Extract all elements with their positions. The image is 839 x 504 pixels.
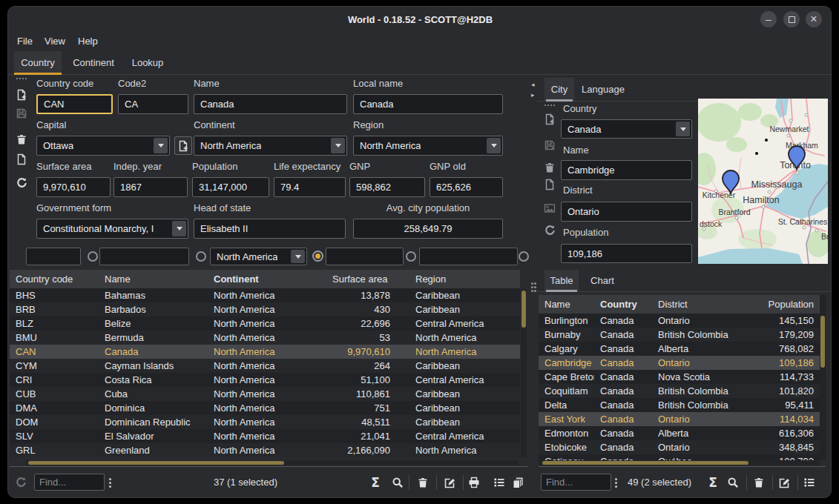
- tab-language[interactable]: Language: [579, 78, 627, 101]
- chevron-down-icon[interactable]: [291, 250, 305, 263]
- delete-record-button[interactable]: [543, 161, 556, 174]
- country-table-hscrollbar[interactable]: [26, 460, 519, 465]
- splitter-collapse-right-button[interactable]: ▸: [531, 91, 535, 99]
- delete-record-button[interactable]: [15, 133, 28, 146]
- chevron-down-icon[interactable]: [154, 138, 168, 153]
- list-view-button[interactable]: [493, 476, 506, 489]
- city-table-hscrollbar[interactable]: [539, 460, 820, 465]
- table-row[interactable]: EdmontonCanadaAlberta616,306: [539, 426, 820, 440]
- government-form-dropdown[interactable]: Constitutional Monarchy, I: [36, 219, 188, 239]
- table-row[interactable]: BurnabyCanadaBritish Colombia179,209: [539, 328, 820, 342]
- local-name-input[interactable]: [353, 94, 503, 114]
- table-row[interactable]: DOMDominican RepublicNorth America48,511…: [10, 415, 520, 429]
- save-button[interactable]: [543, 139, 556, 152]
- capital-dropdown[interactable]: Ottawa: [36, 136, 170, 156]
- sum-button[interactable]: Σ: [369, 476, 382, 489]
- refresh-button[interactable]: [15, 176, 28, 190]
- table-row[interactable]: CoquitlamCanadaBritish Colombia101,820: [539, 384, 820, 398]
- city-population-input[interactable]: [561, 244, 692, 263]
- maximize-button[interactable]: [783, 11, 800, 27]
- column-header-country[interactable]: Country: [594, 299, 652, 310]
- table-row[interactable]: BRBBarbadosNorth America430Caribbean: [10, 302, 520, 316]
- life-expectancy-input[interactable]: [274, 177, 346, 197]
- continent-dropdown[interactable]: North America: [194, 136, 347, 156]
- table-row[interactable]: BLZBelizeNorth America22,696Central Amer…: [10, 316, 520, 331]
- column-header-district[interactable]: District: [652, 299, 753, 310]
- chevron-down-icon[interactable]: [487, 138, 501, 153]
- column-header-name[interactable]: Name: [99, 273, 208, 285]
- filter-toggle-region[interactable]: [519, 251, 529, 262]
- copy-pages-button[interactable]: [511, 476, 524, 489]
- table-row[interactable]: CambridgeCanadaOntario109,186: [539, 356, 820, 370]
- chevron-down-icon[interactable]: [331, 138, 345, 153]
- region-dropdown[interactable]: North America: [353, 136, 503, 156]
- table-row[interactable]: CANCanadaNorth America9,970,610North Ame…: [10, 345, 520, 359]
- gnp-input[interactable]: [349, 177, 425, 197]
- city-name-input[interactable]: [561, 160, 692, 180]
- tab-continent[interactable]: Continent: [69, 51, 118, 74]
- table-row[interactable]: DMADominicaNorth America751Caribbean: [10, 401, 520, 415]
- city-country-dropdown[interactable]: Canada: [561, 119, 692, 139]
- filter-region-input[interactable]: [419, 248, 518, 265]
- toolbar-drag-handle[interactable]: [544, 105, 546, 106]
- city-district-input[interactable]: [561, 202, 692, 222]
- tab-country[interactable]: Country: [14, 51, 62, 74]
- splitter-drag-handle[interactable]: [531, 282, 533, 285]
- edit-button[interactable]: [443, 476, 456, 489]
- titlebar[interactable]: World - 0.18.52 - SCOTT@H2DB: [8, 7, 832, 32]
- table-row[interactable]: SLVEl SalvadorNorth America21,041Central…: [10, 429, 520, 443]
- table-row[interactable]: GatineauCanadaQuébec100,702: [539, 454, 820, 460]
- table-row[interactable]: BMUBermudaNorth America53North America: [10, 331, 520, 345]
- column-header-region[interactable]: Region: [409, 273, 520, 285]
- print-button[interactable]: [467, 476, 481, 489]
- table-row[interactable]: GRLGreenlandNorth America2,166,090North …: [10, 443, 520, 457]
- new-record-button[interactable]: [15, 88, 28, 102]
- tab-chart[interactable]: Chart: [586, 270, 619, 291]
- scrollbar-thumb[interactable]: [542, 461, 748, 465]
- delete-rows-button[interactable]: [416, 476, 430, 489]
- column-header-surface-area[interactable]: Surface area: [326, 273, 409, 285]
- tab-lookup[interactable]: Lookup: [125, 51, 170, 74]
- search-button[interactable]: [726, 476, 740, 489]
- filter-country-code-input[interactable]: [26, 248, 81, 265]
- column-header-population[interactable]: Population: [753, 299, 820, 310]
- table-row[interactable]: CYMCayman IslandsNorth America264Caribbe…: [10, 359, 520, 373]
- table-row[interactable]: East YorkCanadaOntario114,034: [539, 412, 820, 426]
- tab-city[interactable]: City: [544, 78, 574, 101]
- city-table-vscrollbar[interactable]: [820, 295, 826, 460]
- copy-record-button[interactable]: [543, 178, 556, 191]
- minimize-button[interactable]: –: [760, 11, 777, 27]
- table-row[interactable]: CRICosta RicaNorth America51,100Central …: [10, 373, 520, 387]
- gnp-old-input[interactable]: [430, 177, 503, 197]
- find-options-menu[interactable]: [109, 478, 111, 480]
- scrollbar-thumb[interactable]: [522, 291, 526, 328]
- menu-view[interactable]: View: [42, 32, 68, 51]
- head-of-state-input[interactable]: [194, 219, 346, 239]
- find-options-menu[interactable]: [615, 478, 617, 480]
- list-view-button[interactable]: [803, 476, 816, 489]
- scrollbar-thumb[interactable]: [28, 461, 284, 465]
- filter-surface-area-input[interactable]: [326, 248, 404, 265]
- name-input[interactable]: [194, 94, 347, 114]
- toolbar-drag-handle[interactable]: [16, 78, 18, 79]
- find-input[interactable]: [34, 474, 105, 491]
- filter-name-input[interactable]: [99, 248, 189, 265]
- copy-record-button[interactable]: [15, 153, 28, 166]
- menu-file[interactable]: File: [14, 32, 36, 51]
- column-header-continent[interactable]: Continent: [208, 273, 326, 285]
- population-input[interactable]: [192, 177, 269, 197]
- filter-toggle-country-code[interactable]: [88, 251, 98, 262]
- chevron-down-icon[interactable]: [676, 122, 690, 136]
- surface-area-input[interactable]: [36, 177, 111, 197]
- sum-button[interactable]: Σ: [706, 476, 720, 489]
- table-row[interactable]: BurlingtonCanadaOntario145,150: [539, 314, 820, 328]
- table-row[interactable]: CalgaryCanadaAlberta768,082: [539, 342, 820, 356]
- table-row[interactable]: Cape BretonCanadaNova Scotia114,733: [539, 370, 820, 384]
- filter-toggle-name[interactable]: [196, 251, 206, 262]
- close-button[interactable]: ×: [806, 11, 822, 27]
- refresh-button[interactable]: [543, 224, 556, 237]
- scrollbar-thumb[interactable]: [820, 316, 825, 368]
- save-button[interactable]: [15, 107, 28, 120]
- column-header-country-code[interactable]: Country code: [10, 273, 99, 285]
- edit-button[interactable]: [777, 476, 791, 489]
